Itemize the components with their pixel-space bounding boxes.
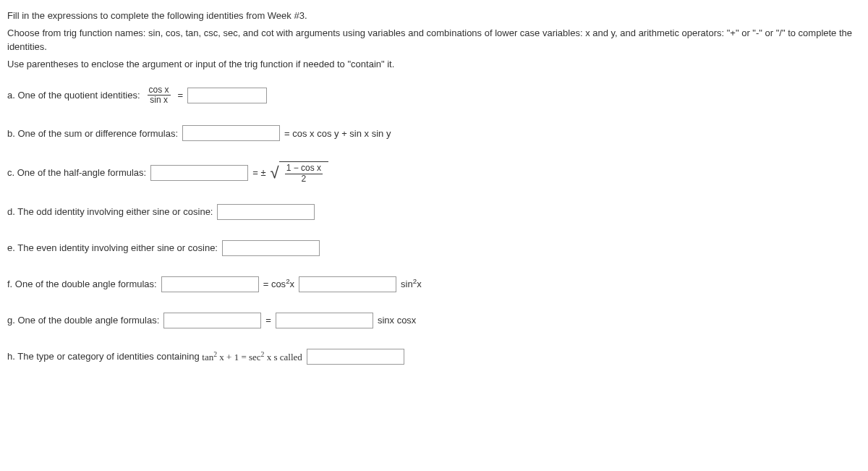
input-b[interactable] <box>182 125 280 141</box>
label-d: d. The odd identity involving either sin… <box>7 205 213 219</box>
label-b: b. One of the sum or difference formulas… <box>7 127 178 141</box>
question-g: g. One of the double angle formulas: = s… <box>7 313 861 328</box>
halfangle-num: 1 − cos x <box>285 164 323 174</box>
question-f: f. One of the double angle formulas: = c… <box>7 276 861 292</box>
rhs-g: sinx cosx <box>378 313 416 328</box>
input-e[interactable] <box>222 240 320 256</box>
h-label-before: h. The type or category of identities co… <box>7 352 202 362</box>
question-h: h. The type or category of identities co… <box>7 349 861 365</box>
label-c: c. One of the half-angle formulas: <box>7 166 146 180</box>
intro-line-3: Use parentheses to enclose the argument … <box>7 57 861 72</box>
question-d: d. The odd identity involving either sin… <box>7 204 861 220</box>
intro-line-2: Choose from trig function names: sin, co… <box>7 26 861 54</box>
equals-c: = ± <box>252 166 265 180</box>
fraction-half-angle: 1 − cos x 2 <box>285 164 323 183</box>
fraction-num: cos x <box>148 85 171 96</box>
input-f-2[interactable] <box>299 276 396 292</box>
h-mid: x + 1 = sec <box>217 352 261 362</box>
h-expr: tan2 x + 1 = sec2 x s called <box>202 352 302 362</box>
f-mid2-text: sin <box>401 279 413 290</box>
input-a[interactable] <box>187 88 267 103</box>
radicand: 1 − cos x 2 <box>279 161 328 183</box>
question-b: b. One of the sum or difference formulas… <box>7 125 861 141</box>
h-after: x s called <box>264 352 302 362</box>
f-mid1: = cos2x <box>263 276 294 292</box>
input-g-1[interactable] <box>163 313 261 328</box>
h-tan: tan <box>202 352 213 362</box>
question-c: c. One of the half-angle formulas: = ± √… <box>7 161 861 183</box>
radical-icon: √ <box>271 165 279 181</box>
label-f: f. One of the double angle formulas: <box>7 277 157 292</box>
sqrt-wrapper: √ 1 − cos x 2 <box>271 161 328 183</box>
f-mid1-text: = cos <box>263 279 286 290</box>
input-g-2[interactable] <box>276 313 373 328</box>
intro-block: Fill in the expressions to complete the … <box>7 9 861 71</box>
label-g: g. One of the double angle formulas: <box>7 313 159 328</box>
halfangle-den: 2 <box>299 174 307 184</box>
f-mid2-after: x <box>417 279 422 290</box>
label-a: a. One of the quotient identities: <box>7 88 140 103</box>
question-a: a. One of the quotient identities: cos x… <box>7 85 861 105</box>
equals-a: = <box>178 88 184 103</box>
input-h[interactable] <box>307 349 404 365</box>
fraction-cosx-sinx: cos x sin x <box>148 85 171 105</box>
f-mid1-after: x <box>290 279 295 290</box>
label-e: e. The even identity involving either si… <box>7 241 218 255</box>
rhs-b: = cos x cos y + sin x sin y <box>284 127 391 141</box>
equals-g: = <box>265 313 271 328</box>
fraction-den: sin x <box>148 96 169 105</box>
label-h: h. The type or category of identities co… <box>7 349 302 364</box>
input-f-1[interactable] <box>161 276 259 292</box>
f-mid2: sin2x <box>401 276 422 292</box>
intro-line-1: Fill in the expressions to complete the … <box>7 9 861 23</box>
question-e: e. The even identity involving either si… <box>7 240 861 256</box>
input-d[interactable] <box>217 204 315 220</box>
input-c[interactable] <box>150 165 248 181</box>
